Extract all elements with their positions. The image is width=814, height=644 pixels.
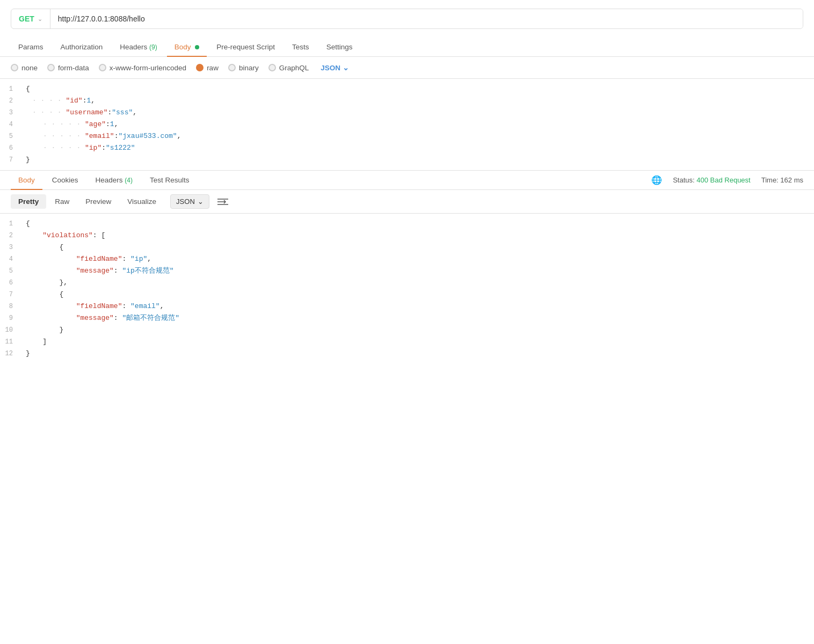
tab-settings[interactable]: Settings bbox=[319, 38, 360, 56]
radio-raw bbox=[196, 64, 204, 71]
resp-linenum-11: 11 bbox=[0, 336, 21, 348]
resp-line-8: 8 "fieldName": "email", bbox=[0, 301, 814, 312]
resp-content-5: "message": "ip不符合规范" bbox=[21, 265, 814, 277]
resp-line-3: 3 { bbox=[0, 241, 814, 253]
resp-key-fieldname1: "fieldName" bbox=[76, 255, 122, 263]
val-email: "jxau#533.com" bbox=[118, 132, 177, 140]
resp-val-fieldname2: "email" bbox=[130, 302, 160, 310]
dots-4: · · · · · bbox=[43, 120, 85, 128]
key-ip: "ip" bbox=[85, 144, 101, 152]
response-body-editor: 1 { 2 "violations": [ 3 { 4 "fieldName":… bbox=[0, 214, 814, 364]
resp-content-6: }, bbox=[21, 277, 814, 289]
req-line-6: 6 · · · · · "ip":"s1222" bbox=[0, 142, 814, 154]
resp-linenum-6: 6 bbox=[0, 277, 21, 289]
colon-4: : bbox=[106, 120, 110, 128]
method-selector[interactable]: GET ⌄ bbox=[11, 9, 50, 28]
label-urlencoded: x-www-form-urlencoded bbox=[110, 64, 186, 72]
label-none: none bbox=[21, 64, 38, 72]
req-content-5: · · · · · "email":"jxau#533.com", bbox=[21, 130, 814, 142]
resp-tab-cookies[interactable]: Cookies bbox=[45, 171, 86, 189]
resp-val-fieldname1: "ip" bbox=[130, 255, 147, 263]
view-format-tabs: Pretty Raw Preview Visualize JSON ⌄ bbox=[0, 190, 814, 214]
resp-tab-body[interactable]: Body bbox=[11, 171, 42, 189]
time-value: 162 ms bbox=[780, 176, 803, 184]
resp-headers-badge: (4) bbox=[125, 177, 133, 184]
req-linenum-2: 2 bbox=[0, 95, 21, 107]
resp-line-12: 12 } bbox=[0, 348, 814, 360]
json-format-dropdown[interactable]: JSON ⌄ bbox=[321, 63, 349, 72]
response-tabs: Body Cookies Headers (4) Test Results bbox=[11, 171, 651, 189]
body-dot bbox=[195, 45, 199, 49]
resp-line-2: 2 "violations": [ bbox=[0, 230, 814, 241]
resp-content-7: { bbox=[21, 289, 814, 301]
tab-headers[interactable]: Headers (9) bbox=[112, 38, 164, 56]
resp-val-message1: "ip不符合规范" bbox=[122, 267, 173, 275]
option-raw[interactable]: raw bbox=[196, 64, 219, 72]
resp-key-message1: "message" bbox=[76, 267, 114, 275]
view-tab-visualize[interactable]: Visualize bbox=[120, 194, 164, 209]
option-none[interactable]: none bbox=[11, 64, 38, 72]
response-format-dropdown[interactable]: JSON ⌄ bbox=[170, 194, 209, 209]
resp-line-4: 4 "fieldName": "ip", bbox=[0, 253, 814, 265]
resp-line-10: 10 } bbox=[0, 324, 814, 336]
resp-linenum-12: 12 bbox=[0, 348, 21, 360]
tab-params[interactable]: Params bbox=[11, 38, 51, 56]
resp-line-6: 6 }, bbox=[0, 277, 814, 289]
view-tab-raw[interactable]: Raw bbox=[47, 194, 77, 209]
view-tab-preview[interactable]: Preview bbox=[78, 194, 119, 209]
req-content-2: · · · · "id":1, bbox=[21, 95, 814, 107]
dots-5: · · · · · bbox=[43, 132, 85, 140]
response-status-bar: 🌐 Status: 400 Bad Request Time: 162 ms bbox=[651, 175, 803, 185]
req-content-1: { bbox=[21, 83, 814, 95]
key-age: "age" bbox=[85, 120, 106, 128]
comma-2: , bbox=[91, 97, 95, 105]
request-body-editor[interactable]: 1 { 2 · · · · "id":1, 3 · · · · "usernam… bbox=[0, 79, 814, 171]
val-ip: "s1222" bbox=[106, 144, 135, 152]
dots-3: · · · · bbox=[32, 108, 66, 116]
option-binary[interactable]: binary bbox=[228, 64, 259, 72]
tab-authorization[interactable]: Authorization bbox=[53, 38, 111, 56]
resp-tab-test-results[interactable]: Test Results bbox=[142, 171, 197, 189]
url-bar: GET ⌄ bbox=[11, 9, 803, 29]
resp-colon-2: : [ bbox=[93, 231, 105, 239]
req-linenum-1: 1 bbox=[0, 83, 21, 95]
radio-graphql bbox=[268, 64, 276, 71]
resp-key-message2: "message" bbox=[76, 314, 114, 322]
headers-badge: (9) bbox=[149, 43, 157, 51]
resp-linenum-3: 3 bbox=[0, 241, 21, 253]
radio-urlencoded bbox=[99, 64, 106, 71]
req-linenum-5: 5 bbox=[0, 130, 21, 142]
resp-line-11: 11 ] bbox=[0, 336, 814, 348]
resp-line-5: 5 "message": "ip不符合规范" bbox=[0, 265, 814, 277]
radio-form-data bbox=[47, 64, 55, 71]
resp-line-9: 9 "message": "邮箱不符合规范" bbox=[0, 312, 814, 324]
wrap-icon[interactable] bbox=[217, 197, 229, 207]
resp-linenum-9: 9 bbox=[0, 312, 21, 324]
resp-tab-headers[interactable]: Headers (4) bbox=[88, 171, 140, 189]
resp-linenum-7: 7 bbox=[0, 289, 21, 301]
comma-4: , bbox=[114, 120, 119, 128]
view-tab-pretty[interactable]: Pretty bbox=[11, 194, 46, 209]
option-graphql[interactable]: GraphQL bbox=[268, 64, 309, 72]
key-email: "email" bbox=[85, 132, 114, 140]
req-content-4: · · · · · "age":1, bbox=[21, 119, 814, 130]
req-content-7: } bbox=[21, 154, 814, 166]
tab-pre-request[interactable]: Pre-request Script bbox=[209, 38, 282, 56]
option-urlencoded[interactable]: x-www-form-urlencoded bbox=[99, 64, 186, 72]
req-line-4: 4 · · · · · "age":1, bbox=[0, 119, 814, 130]
resp-linenum-8: 8 bbox=[0, 301, 21, 312]
method-dropdown-icon: ⌄ bbox=[38, 16, 42, 23]
resp-linenum-1: 1 bbox=[0, 218, 21, 230]
request-tabs: Params Authorization Headers (9) Body Pr… bbox=[0, 38, 814, 57]
dots-6: · · · · · bbox=[43, 144, 85, 152]
option-form-data[interactable]: form-data bbox=[47, 64, 89, 72]
dots-2: · · · · bbox=[32, 97, 66, 105]
resp-linenum-2: 2 bbox=[0, 230, 21, 241]
json-dropdown-chevron: ⌄ bbox=[343, 63, 349, 72]
url-input[interactable] bbox=[50, 9, 803, 28]
req-line-1: 1 { bbox=[0, 83, 814, 95]
tab-tests[interactable]: Tests bbox=[285, 38, 317, 56]
req-content-6: · · · · · "ip":"s1222" bbox=[21, 142, 814, 154]
resp-content-2: "violations": [ bbox=[21, 230, 814, 241]
tab-body[interactable]: Body bbox=[167, 38, 207, 56]
